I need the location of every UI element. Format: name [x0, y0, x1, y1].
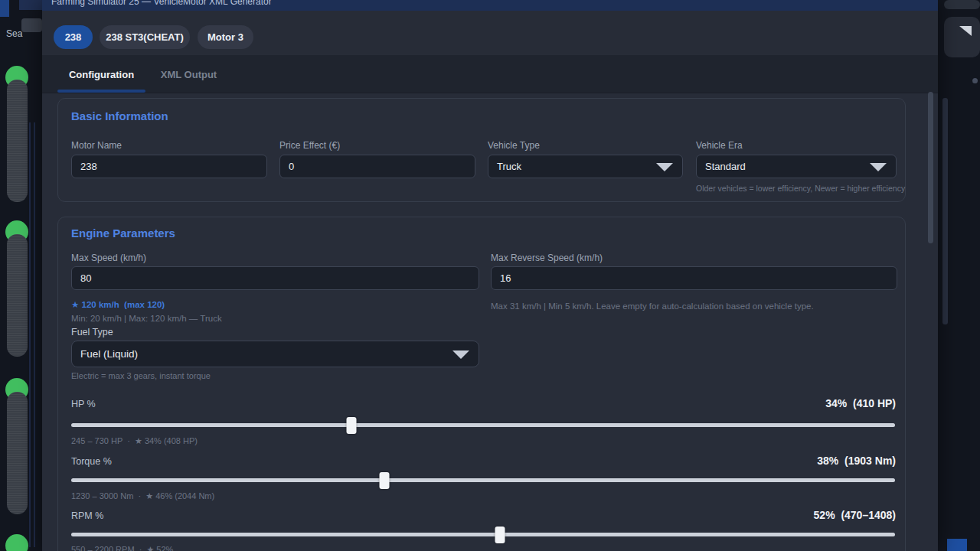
hp-slider-value: 34% (410 HP)	[825, 397, 896, 409]
max-speed-input[interactable]	[71, 266, 479, 290]
vehicle-era-value: Standard	[705, 161, 746, 172]
bg-divider-line	[29, 122, 31, 547]
max-speed-range-hint: Min: 20 km/h | Max: 120 km/h — Truck	[71, 314, 222, 323]
bg-list-item	[7, 234, 28, 357]
bg-list-item	[7, 392, 28, 514]
basic-information-card: Basic Information Motor Name Price Effec…	[57, 98, 906, 202]
fuel-type-hint: Electric = max 3 gears, instant torque	[71, 371, 211, 380]
max-reverse-speed-input[interactable]	[491, 266, 897, 290]
bg-partial-button	[21, 18, 42, 32]
configuration-panel: Basic Information Motor Name Price Effec…	[42, 93, 938, 551]
hp-slider-label: HP %	[71, 399, 96, 409]
bg-top-pill	[944, 0, 980, 9]
max-speed-label: Max Speed (km/h)	[71, 253, 146, 263]
bg-list-item	[7, 80, 28, 202]
motor-name-input[interactable]	[71, 155, 267, 178]
fuel-type-value: Fuel (Liquid)	[80, 348, 138, 360]
vehiclemotor-generator-dialog: Farming Simulator 25 — VehicleMotor XML …	[42, 0, 938, 551]
vehicle-type-label: Vehicle Type	[488, 140, 540, 151]
page-scrollbar[interactable]	[942, 98, 948, 324]
triangle-icon	[959, 26, 972, 36]
fuel-type-label: Fuel Type	[71, 327, 113, 337]
engine-parameters-card: Engine Parameters Max Speed (km/h) Max R…	[57, 217, 906, 551]
chevron-down-icon	[656, 163, 673, 171]
chevron-down-icon	[870, 163, 887, 171]
tab-configuration-label: Configuration	[69, 69, 134, 80]
rpm-slider-thumb[interactable]	[495, 527, 505, 543]
tab-xml-output-label: XML Output	[161, 69, 217, 80]
status-dot-icon	[5, 534, 28, 551]
torque-slider-thumb[interactable]	[379, 472, 389, 489]
bg-dot-icon	[972, 78, 978, 83]
bg-navy-block	[19, 0, 42, 10]
engine-parameters-title: Engine Parameters	[71, 227, 175, 240]
view-tab-bar: Configuration XML Output	[42, 55, 938, 93]
torque-slider-hint: 1230 – 3000 Nm · ★ 46% (2044 Nm)	[71, 491, 214, 501]
max-speed-star-hint: ★ 120 km/h (max 120)	[71, 299, 165, 310]
tab-xml-output[interactable]: XML Output	[145, 55, 232, 93]
vehicle-type-value: Truck	[497, 161, 521, 172]
vehicle-type-select[interactable]: Truck	[488, 155, 683, 178]
max-reverse-speed-hint: Max 31 km/h | Min 5 km/h. Leave empty fo…	[491, 302, 814, 311]
torque-slider-track[interactable]	[71, 478, 895, 482]
basic-information-title: Basic Information	[71, 109, 168, 122]
vehicle-era-hint: Older vehicles = lower efficiency, Newer…	[696, 184, 905, 193]
hp-slider-track[interactable]	[71, 423, 895, 427]
dialog-title: Farming Simulator 25 — VehicleMotor XML …	[51, 0, 938, 7]
rpm-slider-hint: 550 – 2200 RPM · ★ 52%	[71, 545, 173, 551]
rpm-slider-track[interactable]	[71, 533, 895, 536]
bg-search-label: Sea	[6, 28, 22, 39]
bg-blue-button-edge	[947, 539, 967, 551]
tab-configuration[interactable]: Configuration	[57, 55, 145, 93]
motor-tab-motor-3[interactable]: Motor 3	[198, 25, 253, 49]
fuel-type-select[interactable]: Fuel (Liquid)	[71, 341, 479, 367]
motor-tab-238[interactable]: 238	[54, 25, 93, 49]
vehicle-era-select[interactable]: Standard	[696, 155, 897, 178]
bg-divider-line	[34, 122, 35, 547]
rpm-slider-value: 52% (470–1408)	[814, 509, 896, 521]
max-reverse-speed-label: Max Reverse Speed (km/h)	[491, 253, 603, 263]
dialog-scrollbar-thumb[interactable]	[928, 92, 933, 243]
chevron-down-icon	[452, 350, 469, 359]
motor-tabs-row: 238 238 ST3(CHEAT) Motor 3	[42, 11, 938, 55]
torque-slider-label: Torque %	[71, 456, 112, 467]
rpm-slider	[71, 527, 895, 543]
torque-slider	[71, 472, 895, 489]
price-effect-label: Price Effect (€)	[279, 140, 340, 151]
active-tab-underline	[57, 90, 145, 93]
rpm-slider-label: RPM %	[71, 510, 103, 521]
screen: Sea Farming Simulator 25 — VehicleMotor …	[0, 0, 980, 551]
bg-submit-button[interactable]	[944, 17, 980, 57]
dialog-titlebar: Farming Simulator 25 — VehicleMotor XML …	[42, 0, 938, 11]
hp-slider-thumb[interactable]	[346, 417, 356, 434]
motor-tab-238-st3[interactable]: 238 ST3(CHEAT)	[100, 25, 190, 49]
hp-slider	[71, 417, 895, 434]
motor-name-label: Motor Name	[71, 140, 122, 151]
vehicle-era-label: Vehicle Era	[696, 140, 743, 151]
torque-slider-value: 38% (1903 Nm)	[817, 455, 896, 467]
hp-slider-hint: 245 – 730 HP · ★ 34% (408 HP)	[71, 436, 198, 446]
price-effect-input[interactable]	[279, 155, 475, 178]
bg-blue-block	[0, 0, 9, 17]
